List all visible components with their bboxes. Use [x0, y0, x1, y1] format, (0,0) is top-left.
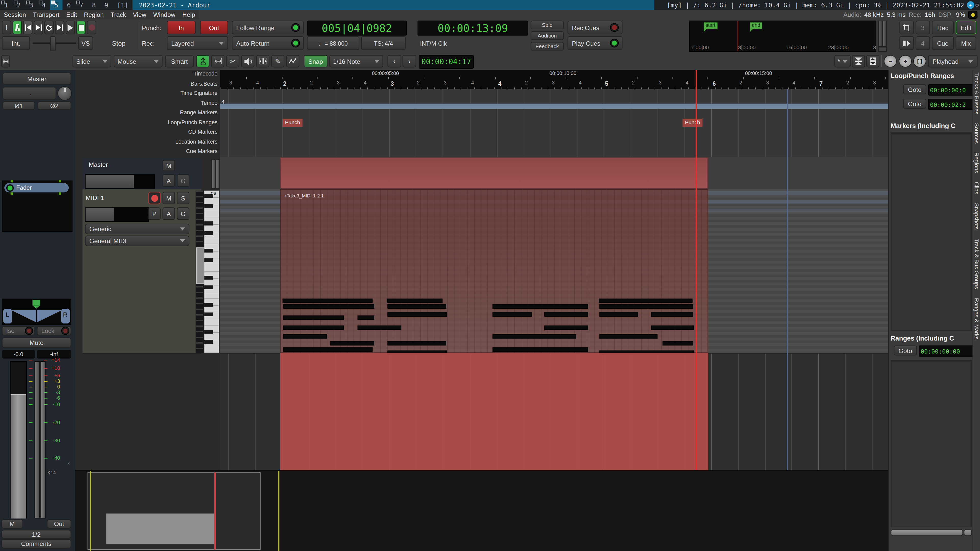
zoom-in-button[interactable]: +: [899, 55, 912, 68]
comments-button[interactable]: Comments: [1, 539, 71, 548]
phase-2-button[interactable]: Ø2: [38, 101, 71, 110]
play-range-button[interactable]: [55, 21, 65, 35]
varispeed-button[interactable]: VS: [78, 36, 93, 50]
panel-scrollbar[interactable]: [891, 529, 963, 536]
workspace-4[interactable]: 4: [38, 0, 50, 10]
tempo-button[interactable]: ♩= 88.000: [307, 36, 360, 50]
telegram-tray-icon[interactable]: ✈: [967, 1, 974, 9]
cue-window-button[interactable]: Cue: [932, 36, 954, 50]
loop-start-clock[interactable]: 00:00:00:0: [928, 84, 973, 96]
ruler-label-location-markers[interactable]: Location Markers: [92, 138, 218, 144]
draw-mode-button[interactable]: ✎: [271, 55, 284, 68]
master-group-button[interactable]: G: [177, 174, 189, 187]
ruler-label-tempo[interactable]: Tempo: [92, 100, 218, 106]
menu-help[interactable]: Help: [182, 11, 195, 18]
midi-mute-button[interactable]: M: [162, 192, 175, 204]
solo-iso-button[interactable]: Iso: [2, 326, 35, 335]
tray-icon[interactable]: ⚙: [975, 2, 979, 8]
nudge-back-button[interactable]: ‹: [387, 55, 401, 68]
editor-mixer-toggle[interactable]: [1, 55, 10, 68]
ruler-label-cd-markers[interactable]: CD Markers: [92, 129, 218, 135]
record-button[interactable]: [87, 21, 96, 35]
goto-end-button[interactable]: [34, 21, 43, 35]
track-name[interactable]: Master: [89, 161, 108, 168]
midi-note[interactable]: [599, 299, 692, 303]
midi-note[interactable]: [600, 312, 638, 317]
menu-transport[interactable]: Transport: [33, 11, 59, 18]
end-marker[interactable]: end: [750, 22, 762, 29]
midi-note[interactable]: [544, 312, 588, 317]
midi-note[interactable]: [387, 341, 446, 345]
ruler-label-cue-markers[interactable]: Cue Markers: [92, 148, 218, 154]
panel-scrollbar-cap[interactable]: [964, 529, 972, 536]
midi-track-lane[interactable]: ♪Take3_MIDI 1-2.1: [220, 189, 888, 354]
midi-note[interactable]: [283, 299, 372, 303]
ruler-label-timecode[interactable]: Timecode: [92, 71, 218, 77]
workspace-9[interactable]: 9: [100, 0, 113, 10]
stop-button[interactable]: [76, 21, 86, 35]
master-track-lane[interactable]: [220, 157, 888, 190]
midi-note[interactable]: [283, 348, 372, 352]
master-record-region[interactable]: [280, 157, 708, 189]
nudge-clock[interactable]: 00:00:04:17: [419, 55, 474, 69]
zoom-preset-dropdown[interactable]: *: [834, 55, 851, 68]
zoom-out-button[interactable]: −: [884, 55, 897, 68]
menu-view[interactable]: View: [133, 11, 146, 18]
ruler-label-range-markers[interactable]: Range Markers: [92, 110, 218, 116]
midi-region[interactable]: ♪Take3_MIDI 1-2.1: [280, 189, 708, 353]
master-mute-button[interactable]: M: [162, 160, 175, 171]
zoom-focus-dropdown[interactable]: Playhead: [928, 55, 977, 68]
midi-panic-button[interactable]: !: [2, 21, 11, 35]
feedback-button[interactable]: Feedback: [531, 42, 564, 51]
menu-window[interactable]: Window: [153, 11, 175, 18]
edit-point-dropdown[interactable]: Mouse: [114, 55, 162, 68]
tab-sources[interactable]: Sources: [974, 123, 980, 144]
metronome-button[interactable]: [13, 21, 22, 35]
punch-out-button[interactable]: Out: [200, 21, 228, 35]
content-mode-button[interactable]: [286, 55, 299, 68]
tab-snapshots[interactable]: Snapshots: [974, 203, 980, 230]
grid-unit-dropdown[interactable]: 1/16 Note: [329, 55, 383, 68]
tab-track-bus-groups[interactable]: Track & Bus Groups: [974, 238, 980, 289]
play-button[interactable]: [65, 21, 75, 35]
tab-clips[interactable]: Clips: [974, 182, 980, 194]
piano-keyboard[interactable]: C6: [204, 191, 219, 353]
collapse-panel-chevron[interactable]: ‹: [68, 460, 70, 466]
midi-note[interactable]: [493, 334, 576, 338]
meterbridge-button[interactable]: [899, 36, 914, 50]
edit-mode-dropdown[interactable]: Slide: [73, 55, 111, 68]
playhead[interactable]: [696, 70, 697, 470]
shrink-tracks-button[interactable]: [852, 55, 865, 68]
zoom-fit-button[interactable]: [ ]: [913, 55, 926, 68]
processor-box[interactable]: Fader: [2, 181, 73, 232]
monitor-knob[interactable]: [57, 86, 72, 100]
tab-ranges-marks[interactable]: Ranges & Marks: [974, 298, 980, 339]
loop-end-clock[interactable]: 00:00:02:2: [928, 99, 973, 110]
ruler-label-time-signature[interactable]: Time Signature: [92, 90, 218, 96]
transport-scroll[interactable]: [877, 21, 886, 51]
master-afader-button[interactable]: A: [162, 174, 175, 187]
phase-1-button[interactable]: Ø1: [3, 101, 35, 110]
midi-solo-button[interactable]: S: [177, 192, 189, 204]
solo-lock-button[interactable]: Lock: [37, 326, 71, 335]
window-3-button[interactable]: 3: [916, 21, 930, 35]
midi-afader-button[interactable]: A: [162, 207, 175, 220]
mini-timeline[interactable]: start end 1|00|008|00|0016|00|0023|00|00…: [689, 21, 876, 52]
tab-tracks-busses[interactable]: Tracks & Busses: [974, 73, 980, 114]
timecode-ruler[interactable]: 00:00:05:0000:00:10:0000:00:15:00: [220, 70, 888, 79]
recorder-window-button[interactable]: Rec: [932, 21, 954, 35]
punch-marker-out[interactable]: Punch: [682, 119, 703, 127]
tab-regions[interactable]: Regions: [974, 152, 980, 173]
workspace-1[interactable]: 1: [0, 0, 13, 10]
workspace-5[interactable]: 5: [50, 0, 62, 10]
workspace-3[interactable]: 3: [25, 0, 38, 10]
grab-mode-button[interactable]: [196, 55, 209, 68]
snap-mode-button[interactable]: Snap: [304, 55, 328, 68]
punch-marker-in[interactable]: Punch: [283, 119, 303, 127]
screenshot-button[interactable]: [899, 21, 914, 35]
nudge-forward-button[interactable]: ›: [402, 55, 416, 68]
rec-cues-button[interactable]: Rec Cues: [568, 21, 623, 35]
midi-track-header[interactable]: MIDI 1 M S P A G Generic General MIDI: [83, 189, 201, 354]
punch-in-button[interactable]: In: [167, 21, 196, 35]
midi-record-arm-button[interactable]: [148, 192, 161, 204]
